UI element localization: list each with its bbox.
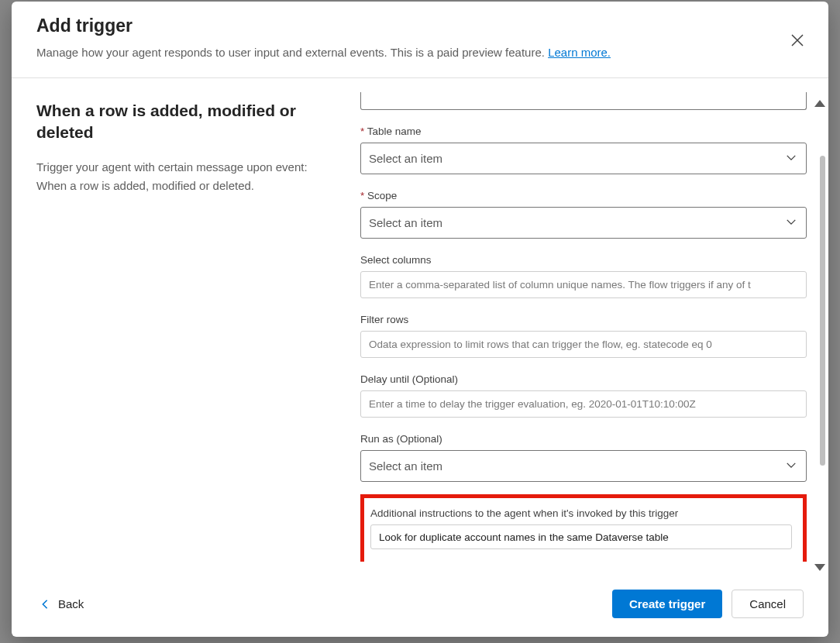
filter-rows-input[interactable] [360,331,807,358]
filter-rows-label: Filter rows [360,314,807,325]
scope-select[interactable]: Select an item [360,207,807,239]
modal-title: Add trigger [36,15,804,36]
modal-subtitle: Manage how your agent responds to user i… [36,44,804,60]
table-name-select[interactable]: Select an item [360,143,807,174]
additional-instructions-label: Additional instructions to the agent whe… [370,507,792,519]
delay-until-input[interactable] [360,390,807,418]
scope-value: Select an item [369,216,442,229]
trigger-type-title: When a row is added, modified or deleted [36,100,328,144]
delay-until-field: Delay until (Optional) [360,373,807,418]
scrollbar-thumb[interactable] [820,156,825,466]
modal-footer: Back Create trigger Cancel [12,576,828,637]
back-button[interactable]: Back [36,593,87,615]
run-as-label: Run as (Optional) [360,433,807,445]
create-trigger-button[interactable]: Create trigger [612,590,722,618]
footer-actions: Create trigger Cancel [612,590,804,618]
cancel-button[interactable]: Cancel [732,590,804,618]
delay-until-label: Delay until (Optional) [360,373,807,385]
chevron-down-icon [786,152,797,165]
modal-body: When a row is added, modified or deleted… [12,78,828,576]
highlighted-instructions-section: Additional instructions to the agent whe… [360,494,807,562]
partial-field-above[interactable] [360,92,807,110]
add-trigger-modal: Add trigger Manage how your agent respon… [12,2,828,637]
select-columns-label: Select columns [360,254,807,266]
select-columns-input[interactable] [360,271,807,298]
left-panel: When a row is added, modified or deleted… [12,78,353,576]
trigger-type-description: Trigger your agent with certain message … [36,158,328,195]
additional-instructions-input[interactable] [370,524,792,549]
learn-more-link[interactable]: Learn more. [548,46,611,59]
select-columns-field: Select columns [360,254,807,298]
right-panel: Table name Select an item Scope Select a… [353,78,828,576]
close-icon [791,34,804,46]
run-as-field: Run as (Optional) Select an item [360,433,807,482]
form-scroll: Table name Select an item Scope Select a… [360,92,807,562]
table-name-field: Table name Select an item [360,126,807,174]
modal-header: Add trigger Manage how your agent respon… [12,2,828,78]
subtitle-text: Manage how your agent responds to user i… [36,46,548,59]
scroll-up-icon[interactable] [814,100,825,107]
back-label: Back [58,597,84,610]
filter-rows-field: Filter rows [360,314,807,358]
close-button[interactable] [788,31,807,50]
scope-field: Scope Select an item [360,190,807,239]
chevron-down-icon [786,216,797,229]
scroll-down-icon[interactable] [814,564,825,571]
scope-label: Scope [360,190,807,201]
chevron-down-icon [786,459,797,473]
run-as-value: Select an item [369,459,442,473]
chevron-left-icon [40,599,50,610]
table-name-value: Select an item [369,152,442,165]
table-name-label: Table name [360,126,807,137]
run-as-select[interactable]: Select an item [360,450,807,482]
